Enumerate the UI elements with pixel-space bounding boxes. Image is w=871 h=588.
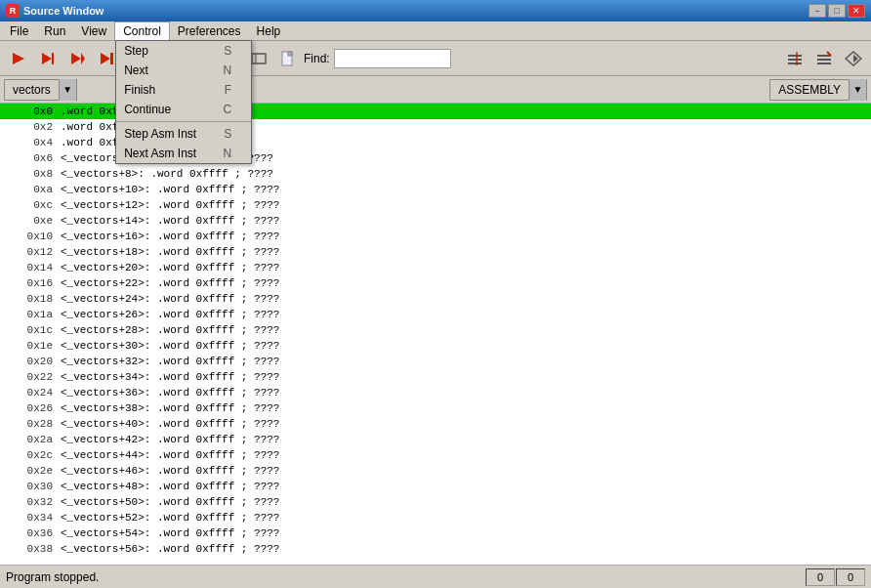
code-instruction: <_vectors+22>: .word 0xffff ; ???? xyxy=(53,277,279,289)
toolbar-step-btn[interactable] xyxy=(33,45,61,72)
code-address: 0x1a xyxy=(4,309,53,320)
code-address: 0x12 xyxy=(4,246,53,258)
table-row[interactable]: 0x8<_vectors+8>: .word 0xffff ; ???? xyxy=(0,166,871,182)
toolbar-next-btn[interactable] xyxy=(62,45,90,72)
code-address: 0x20 xyxy=(4,356,53,367)
status-boxes: 0 0 xyxy=(806,568,865,586)
table-row[interactable]: 0x1c<_vectors+28>: .word 0xffff ; ???? xyxy=(0,322,871,338)
code-address: 0x0 xyxy=(4,105,53,117)
table-row[interactable]: 0x12<_vectors+18>: .word 0xffff ; ???? xyxy=(0,244,871,260)
app-icon: R xyxy=(6,4,20,18)
dropdown-continue[interactable]: Continue C xyxy=(116,100,251,119)
table-row[interactable]: 0xc<_vectors+12>: .word 0xffff ; ???? xyxy=(0,197,871,213)
code-instruction: <_vectors+20>: .word 0xffff ; ???? xyxy=(53,262,279,273)
title-bar-left: R Source Window xyxy=(6,4,104,18)
table-row[interactable]: 0x26<_vectors+38>: .word 0xffff ; ???? xyxy=(0,400,871,416)
vectors-button[interactable]: vectors ▼ xyxy=(4,79,77,101)
code-instruction: <_vectors+40>: .word 0xffff ; ???? xyxy=(53,418,279,430)
code-address: 0x4 xyxy=(4,137,53,148)
svg-rect-15 xyxy=(252,54,266,63)
code-address: 0x34 xyxy=(4,512,53,524)
close-button[interactable]: ✕ xyxy=(848,4,865,18)
maximize-button[interactable]: □ xyxy=(828,4,846,18)
svg-rect-22 xyxy=(796,52,798,65)
table-row[interactable]: 0x28<_vectors+40>: .word 0xffff ; ???? xyxy=(0,416,871,432)
code-scroll[interactable]: 0x0 .word 0xffff ; ????0x2 .word 0xffff … xyxy=(0,104,871,565)
assembly-dropdown-arrow[interactable]: ▼ xyxy=(849,79,866,101)
menu-view[interactable]: View xyxy=(73,22,114,40)
table-row[interactable]: 0x16<_vectors+22>: .word 0xffff ; ???? xyxy=(0,275,871,291)
code-instruction: <_vectors+50>: .word 0xffff ; ???? xyxy=(53,496,279,508)
code-instruction: <_vectors+16>: .word 0xffff ; ???? xyxy=(53,231,279,242)
table-row[interactable]: 0x10<_vectors+16>: .word 0xffff ; ???? xyxy=(0,229,871,244)
vectors-label: vectors xyxy=(5,83,59,97)
menu-control[interactable]: Control Step S Next N Finish F Continue … xyxy=(114,21,170,40)
code-instruction: <_vectors+42>: .word 0xffff ; ???? xyxy=(53,434,279,445)
title-bar: R Source Window − □ ✕ xyxy=(0,0,871,21)
code-instruction: <_vectors+54>: .word 0xffff ; ???? xyxy=(53,527,279,539)
code-instruction: <_vectors+38>: .word 0xffff ; ???? xyxy=(53,402,279,414)
svg-marker-4 xyxy=(81,53,85,64)
table-row[interactable]: 0x22<_vectors+34>: .word 0xffff ; ???? xyxy=(0,369,871,385)
status-text: Program stopped. xyxy=(6,570,99,584)
dropdown-next-asm[interactable]: Next Asm Inst N xyxy=(116,144,251,163)
code-address: 0x36 xyxy=(4,527,53,539)
table-row[interactable]: 0x24<_vectors+36>: .word 0xffff ; ???? xyxy=(0,385,871,400)
toolbar-right-btn1[interactable] xyxy=(781,45,809,72)
find-input[interactable] xyxy=(334,49,451,68)
toolbar-run-btn[interactable] xyxy=(4,45,31,72)
dropdown-next[interactable]: Next N xyxy=(116,61,251,80)
table-row[interactable]: 0x1e<_vectors+30>: .word 0xffff ; ???? xyxy=(0,338,871,354)
table-row[interactable]: 0x14<_vectors+20>: .word 0xffff ; ???? xyxy=(0,260,871,275)
code-address: 0x32 xyxy=(4,496,53,508)
code-address: 0x18 xyxy=(4,293,53,305)
code-instruction: <_vectors+18>: .word 0xffff ; ???? xyxy=(53,246,279,258)
code-address: 0x30 xyxy=(4,481,53,492)
table-row[interactable]: 0x32<_vectors+50>: .word 0xffff ; ???? xyxy=(0,494,871,510)
table-row[interactable]: 0x2a<_vectors+42>: .word 0xffff ; ???? xyxy=(0,432,871,447)
table-row[interactable]: 0x38<_vectors+56>: .word 0xffff ; ???? xyxy=(0,541,871,557)
table-row[interactable]: 0x36<_vectors+54>: .word 0xffff ; ???? xyxy=(0,525,871,541)
dropdown-finish[interactable]: Finish F xyxy=(116,80,251,100)
svg-rect-2 xyxy=(52,53,54,64)
table-row[interactable]: 0xa<_vectors+10>: .word 0xffff ; ???? xyxy=(0,182,871,197)
menu-preferences[interactable]: Preferences xyxy=(170,22,249,40)
svg-rect-19 xyxy=(788,55,802,57)
table-row[interactable]: 0x20<_vectors+32>: .word 0xffff ; ???? xyxy=(0,354,871,369)
toolbar-file-btn[interactable] xyxy=(274,45,302,72)
menu-file[interactable]: File xyxy=(2,22,36,40)
status-box1: 0 xyxy=(806,568,835,586)
code-instruction: <_vectors+52>: .word 0xffff ; ???? xyxy=(53,512,279,524)
code-instruction: <_vectors+44>: .word 0xffff ; ???? xyxy=(53,449,279,461)
table-row[interactable]: 0x2c<_vectors+44>: .word 0xffff ; ???? xyxy=(0,447,871,463)
code-address: 0x26 xyxy=(4,402,53,414)
assembly-button[interactable]: ASSEMBLY ▼ xyxy=(769,79,867,101)
title-buttons: − □ ✕ xyxy=(809,4,865,18)
table-row[interactable]: 0x2e<_vectors+46>: .word 0xffff ; ???? xyxy=(0,463,871,479)
vectors-dropdown-arrow[interactable]: ▼ xyxy=(59,79,76,101)
table-row[interactable]: 0x18<_vectors+24>: .word 0xffff ; ???? xyxy=(0,291,871,307)
table-row[interactable]: 0xe<_vectors+14>: .word 0xffff ; ???? xyxy=(0,213,871,229)
dropdown-step[interactable]: Step S xyxy=(116,41,251,61)
svg-marker-0 xyxy=(13,53,24,64)
minimize-button[interactable]: − xyxy=(809,4,826,18)
table-row[interactable]: 0x30<_vectors+48>: .word 0xffff ; ???? xyxy=(0,479,871,494)
code-address: 0x24 xyxy=(4,387,53,399)
table-row[interactable]: 0x1a<_vectors+26>: .word 0xffff ; ???? xyxy=(0,307,871,322)
find-label: Find: xyxy=(304,52,330,65)
svg-rect-18 xyxy=(288,52,292,56)
assembly-label: ASSEMBLY xyxy=(770,83,849,97)
code-address: 0x2c xyxy=(4,449,53,461)
menu-help[interactable]: Help xyxy=(249,22,289,40)
code-address: 0x2a xyxy=(4,434,53,445)
toolbar-right-btn3[interactable] xyxy=(840,45,867,72)
toolbar-right-btn2[interactable] xyxy=(810,45,838,72)
dropdown-step-asm[interactable]: Step Asm Inst S xyxy=(116,124,251,144)
menu-run[interactable]: Run xyxy=(36,22,73,40)
code-address: 0x2 xyxy=(4,121,53,133)
table-row[interactable]: 0x34<_vectors+52>: .word 0xffff ; ???? xyxy=(0,510,871,525)
code-instruction: <_vectors+30>: .word 0xffff ; ???? xyxy=(53,340,279,352)
code-instruction: <_vectors+12>: .word 0xffff ; ???? xyxy=(53,199,279,211)
code-instruction: <_vectors+8>: .word 0xffff ; ???? xyxy=(53,168,273,180)
code-instruction: <_vectors+28>: .word 0xffff ; ???? xyxy=(53,324,279,336)
